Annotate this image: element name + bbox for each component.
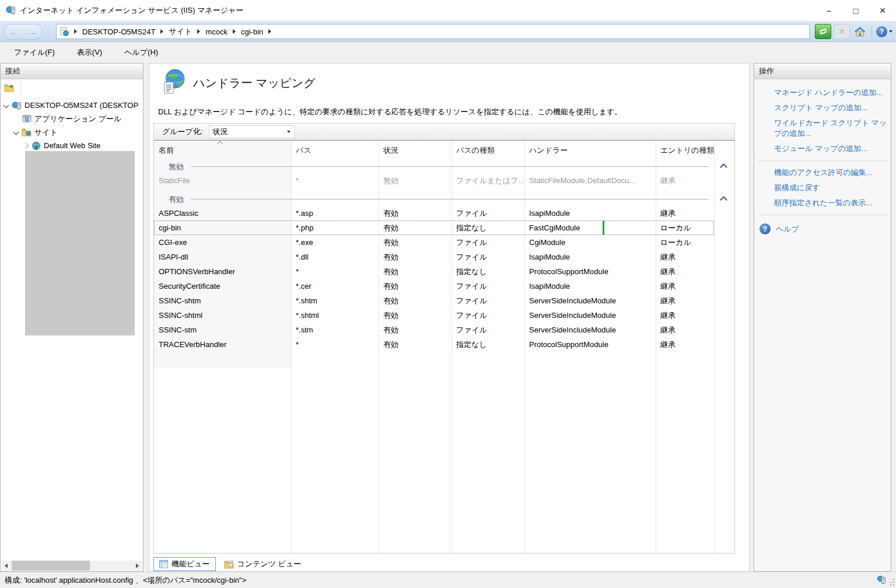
tree-item-[interactable]: アプリケーション プール — [1, 112, 143, 125]
close-button[interactable]: × — [869, 0, 896, 21]
collapse-group-icon[interactable] — [720, 163, 727, 171]
cell-path_type: ファイル — [452, 250, 524, 264]
table-row[interactable]: SecurityCertificate*.cer有効ファイルIsapiModul… — [154, 279, 714, 293]
table-row[interactable]: SSINC-shtm*.shtm有効ファイルServerSideIncludeM… — [154, 293, 714, 308]
help-label: ヘルプ — [776, 224, 799, 235]
action-link[interactable]: 親構成に戻す — [754, 180, 891, 195]
column-header-3[interactable]: パスの種類 — [452, 141, 524, 160]
actions-divider — [758, 215, 887, 215]
chevron-down-icon — [287, 131, 290, 133]
breadcrumb-item[interactable]: cgi-bin — [241, 27, 263, 36]
breadcrumb-arrow-icon[interactable] — [268, 29, 271, 34]
group-by-bar: グループ化: 状況 — [153, 123, 735, 141]
column-header-1[interactable]: パス — [291, 141, 379, 160]
column-header-0[interactable]: 名前 — [154, 141, 291, 160]
action-link[interactable]: マネージド ハンドラーの追加... — [754, 85, 891, 100]
menu-item[interactable]: 表示(V) — [77, 47, 102, 58]
nav-buttons: ← → — [4, 24, 43, 40]
breadcrumb-item[interactable]: サイト — [169, 26, 192, 37]
action-help[interactable]: ?ヘルプ — [754, 219, 891, 235]
menu-item[interactable]: ファイル(F) — [14, 47, 55, 58]
expander-open-icon[interactable] — [13, 130, 19, 135]
cell-path_type: ファイル — [452, 279, 524, 293]
group-header-row: 有効 — [154, 192, 735, 206]
connections-panel: 接続 DESKTOP-O5MS24T (DESKTOPアプリケーション プールサ… — [0, 63, 144, 572]
breadcrumb-item[interactable]: mcock — [205, 27, 228, 36]
cell-state: 有効 — [379, 206, 452, 220]
tree-item-[interactable]: サイト — [1, 125, 143, 139]
connections-hscrollbar[interactable] — [1, 561, 142, 570]
view-tabs: 機能ビュー コンテンツ ビュー — [153, 556, 307, 572]
cell-handler: StaticFileModule,DefaultDocu... — [524, 173, 656, 188]
cell-handler: ProtocolSupportModule — [524, 264, 656, 279]
cell-handler: ProtocolSupportModule — [524, 337, 656, 352]
back-icon[interactable]: ← — [10, 28, 18, 36]
table-row[interactable]: SSINC-stm*.stm有効ファイルServerSideIncludeMod… — [154, 323, 714, 337]
table-row[interactable]: OPTIONSVerbHandler*有効指定なしProtocolSupport… — [154, 264, 714, 279]
scrollbar-thumb[interactable] — [12, 561, 90, 570]
cell-path: *.cer — [291, 279, 379, 293]
cell-handler: IsapiModule — [524, 206, 656, 220]
minimize-button[interactable]: − — [816, 0, 842, 21]
table-row[interactable]: StaticFile*無効ファイルまたはフ...StaticFileModule… — [154, 173, 714, 188]
cell-path_type: 指定なし — [452, 220, 524, 235]
cell-entry: 継承 — [656, 279, 714, 293]
action-link[interactable]: ワイルドカード スクリプト マップの追加... — [754, 116, 891, 141]
cell-name: CGI-exe — [154, 235, 291, 250]
cell-path_type: ファイル — [452, 293, 524, 308]
sites-folder-icon — [22, 128, 32, 136]
tab-content-view[interactable]: コンテンツ ビュー — [218, 557, 307, 571]
table-row[interactable]: ISAPI-dll*.dll有効ファイルIsapiModule継承 — [154, 250, 714, 264]
cell-path_type: 指定なし — [452, 264, 524, 279]
column-header-4[interactable]: ハンドラー — [524, 141, 656, 160]
group-header-row: 無効 — [154, 160, 735, 173]
cell-entry: 継承 — [656, 264, 714, 279]
help-menu-button[interactable]: ? — [876, 26, 892, 37]
scroll-right-icon[interactable] — [132, 561, 142, 570]
expander-closed-icon[interactable] — [23, 143, 29, 149]
refresh-button[interactable] — [815, 24, 831, 39]
save-connection-icon[interactable] — [4, 83, 15, 93]
expander-open-icon[interactable] — [4, 103, 9, 108]
action-link[interactable]: モジュール マップの追加... — [754, 141, 891, 156]
breadcrumb-arrow-icon — [197, 29, 200, 34]
cell-path: * — [291, 264, 379, 279]
action-link[interactable]: 順序指定された一覧の表示... — [754, 195, 891, 211]
maximize-button[interactable]: □ — [842, 0, 869, 21]
chevron-down-icon — [889, 30, 892, 33]
cell-path: * — [291, 337, 379, 352]
forward-icon[interactable]: → — [29, 28, 37, 36]
menu-item[interactable]: ヘルプ(H) — [124, 47, 158, 58]
tab-features-view[interactable]: 機能ビュー — [153, 557, 216, 571]
home-button[interactable] — [852, 24, 867, 38]
feature-description: DLL およびマネージド コードのように、特定の要求の種類に対する応答を処理する… — [158, 107, 736, 117]
actions-divider — [758, 160, 887, 161]
action-link[interactable]: 機能のアクセス許可の編集... — [754, 165, 891, 180]
column-header-5[interactable]: エントリの種類 — [656, 141, 714, 160]
column-header-2[interactable]: 状況 — [379, 141, 452, 160]
cell-handler: FastCgiModule — [524, 220, 656, 235]
group-spacer — [154, 188, 735, 192]
tree-item-desktop-o5ms24t-desktop[interactable]: DESKTOP-O5MS24T (DESKTOP — [1, 99, 143, 112]
resize-grip[interactable] — [888, 579, 894, 586]
expander-placeholder — [14, 117, 19, 121]
tree-item-label: サイト — [34, 127, 58, 138]
table-row[interactable]: ASPClassic*.asp有効ファイルIsapiModule継承 — [154, 206, 714, 220]
table-row[interactable]: TRACEVerbHandler*有効指定なしProtocolSupportMo… — [154, 337, 714, 352]
tree-item-default-web-site[interactable]: Default Web Site — [1, 139, 143, 152]
cell-state: 有効 — [379, 264, 452, 279]
stop-button[interactable]: ✕ — [834, 24, 850, 39]
cell-name: ASPClassic — [154, 206, 291, 220]
group-label: 有効 — [169, 194, 184, 205]
status-bar: 構成: 'localhost' applicationHost.config 、… — [0, 572, 896, 588]
table-row[interactable]: cgi-bin*.php有効指定なしFastCgiModuleローカル — [154, 220, 714, 235]
cell-handler: ServerSideIncludeModule — [524, 308, 656, 323]
group-by-dropdown[interactable]: 状況 — [209, 125, 295, 138]
action-link[interactable]: スクリプト マップの追加... — [754, 100, 891, 116]
breadcrumb-item[interactable]: DESKTOP-O5MS24T — [82, 27, 155, 36]
scroll-left-icon[interactable] — [1, 561, 11, 570]
table-row[interactable]: CGI-exe*.exe有効ファイルCgiModuleローカル — [154, 235, 714, 250]
table-row[interactable]: SSINC-shtml*.shtml有効ファイルServerSideInclud… — [154, 308, 714, 323]
collapse-group-icon[interactable] — [720, 196, 727, 204]
cell-path_type: 指定なし — [452, 337, 524, 352]
